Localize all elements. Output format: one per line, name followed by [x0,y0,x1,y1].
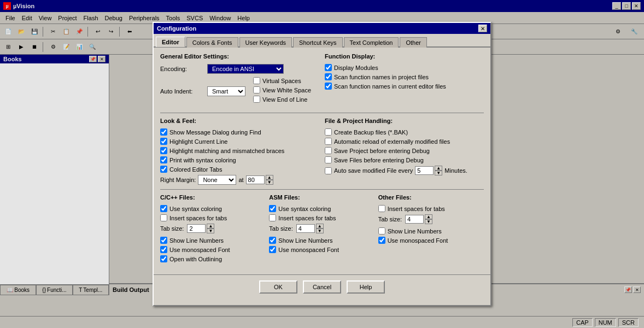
cpp-insert-spaces-checkbox[interactable] [160,214,167,221]
right-margin-up-button[interactable]: ▲ [266,175,273,180]
view-white-space-row: View White Space [253,86,311,93]
section-divider-1 [160,113,484,113]
right-margin-row: Right Margin: None at ▲ ▼ [160,175,319,185]
asm-tab-size-up-button[interactable]: ▲ [316,224,324,229]
scan-editor-files-checkbox[interactable] [325,83,332,90]
dialog-backdrop: Configuration ✕ Editor Colors & Fonts Us… [0,0,644,328]
asm-files-section: ASM Files: Use syntax coloring Insert sp… [269,194,374,265]
encoding-select[interactable]: Encode in ANSI [207,64,284,74]
view-white-space-label: View White Space [262,87,311,93]
auto-save-down-button[interactable]: ▼ [435,171,442,175]
other-insert-spaces-checkbox[interactable] [378,205,385,212]
dialog-close-button[interactable]: ✕ [478,25,487,32]
save-files-debug-checkbox[interactable] [325,156,332,163]
create-backup-label: Create Backup files (*.BAK) [334,129,408,136]
auto-save-checkbox[interactable] [325,167,332,174]
dialog-footer: OK Cancel Help [154,274,490,299]
asm-tab-size-down-button[interactable]: ▼ [316,229,324,233]
scan-editor-files-row: Scan function names in current editor fi… [325,83,484,90]
dialog-titlebar: Configuration ✕ [154,23,490,34]
colored-editor-tabs-checkbox[interactable] [160,166,167,173]
display-modules-checkbox[interactable] [325,64,332,71]
section-divider-2 [160,189,484,190]
right-margin-value[interactable] [246,175,265,184]
scan-project-files-label: Scan function names in project files [334,74,429,80]
tab-user-keywords[interactable]: User Keywords [239,37,292,48]
asm-tab-size-spinner: ▲ ▼ [296,224,324,233]
asm-show-line-numbers-checkbox[interactable] [269,237,276,244]
show-message-dialog-label: Show Message Dialog during Find [169,129,261,136]
asm-syntax-coloring-label: Use syntax coloring [278,206,331,212]
other-tab-size-spinner-btns: ▲ ▼ [425,214,432,224]
file-project-section: File & Project Handling: Create Backup f… [325,118,484,185]
highlight-braces-checkbox[interactable] [160,147,167,154]
auto-save-value[interactable] [415,166,434,175]
scan-project-files-checkbox[interactable] [325,73,332,80]
other-tab-size-label: Tab size: [378,216,402,222]
right-margin-select[interactable]: None [198,175,236,185]
asm-syntax-coloring-checkbox[interactable] [269,205,276,212]
print-syntax-coloring-checkbox[interactable] [160,156,167,163]
tab-colors-fonts[interactable]: Colors & Fonts [186,37,238,48]
other-tab-size-value[interactable] [405,215,424,224]
view-white-space-checkbox[interactable] [253,86,260,93]
other-files-section: Other Files: Insert spaces for tabs Tab … [378,194,484,265]
create-backup-checkbox[interactable] [325,128,332,136]
ok-button[interactable]: OK [259,280,297,294]
cpp-open-with-outlining-label: Open with Outlining [169,256,222,262]
other-show-line-numbers-checkbox[interactable] [378,227,385,235]
cpp-use-monospaced-checkbox[interactable] [160,246,167,253]
other-tab-size-up-button[interactable]: ▲ [425,214,432,219]
minutes-label: Minutes. [444,167,467,174]
dialog-tabs-bar: Editor Colors & Fonts User Keywords Shor… [154,34,490,48]
other-tab-size-down-button[interactable]: ▼ [425,219,432,224]
highlight-current-line-checkbox[interactable] [160,138,167,145]
function-display-heading: Function Display: [325,53,484,60]
cpp-tab-size-label: Tab size: [160,225,184,232]
tab-editor[interactable]: Editor [156,37,185,47]
cpp-show-line-numbers-checkbox[interactable] [160,237,167,244]
help-button[interactable]: Help [347,280,385,294]
general-settings-section: General Editor Settings: Encoding: Encod… [160,53,319,108]
auto-indent-label: Auto Indent: [160,88,204,95]
virtual-spaces-checkbox[interactable] [253,77,260,84]
right-margin-spinner: ▲ ▼ [246,175,273,185]
asm-insert-spaces-checkbox[interactable] [269,214,276,221]
view-end-of-line-checkbox[interactable] [253,96,260,103]
right-margin-down-button[interactable]: ▼ [266,180,273,185]
auto-save-up-button[interactable]: ▲ [435,166,442,171]
cpp-tab-size-value[interactable] [187,224,206,233]
cpp-files-section: C/C++ Files: Use syntax coloring Insert … [160,194,266,265]
dialog-top-section: General Editor Settings: Encoding: Encod… [160,53,484,108]
look-feel-heading: Look & Feel: [160,118,319,124]
cpp-tab-size-down-button[interactable]: ▼ [207,229,214,233]
cpp-open-with-outlining-checkbox[interactable] [160,255,167,262]
asm-syntax-coloring-row: Use syntax coloring [269,205,374,212]
cpp-tab-size-spinner-btns: ▲ ▼ [207,224,214,233]
virtual-spaces-container: Virtual Spaces View White Space View End… [253,77,311,105]
asm-tab-size-spinner-btns: ▲ ▼ [316,224,324,233]
asm-insert-spaces-label: Insert spaces for tabs [278,215,336,221]
auto-indent-select[interactable]: Smart [207,86,245,96]
tab-other[interactable]: Other [400,37,427,48]
cpp-tab-size-up-button[interactable]: ▲ [207,224,214,229]
asm-use-monospaced-checkbox[interactable] [269,246,276,253]
show-message-dialog-checkbox[interactable] [160,128,167,136]
save-project-debug-checkbox[interactable] [325,147,332,154]
auto-reload-row: Automatic reload of externally modified … [325,138,484,145]
auto-reload-checkbox[interactable] [325,138,332,145]
asm-show-line-numbers-row: Show Line Numbers [269,237,374,244]
tab-shortcut-keys[interactable]: Shortcut Keys [293,37,342,48]
create-backup-row: Create Backup files (*.BAK) [325,128,484,136]
other-insert-spaces-row: Insert spaces for tabs [378,205,484,212]
cancel-button[interactable]: Cancel [303,280,341,294]
other-use-monospaced-checkbox[interactable] [378,237,385,244]
save-files-debug-label: Save Files before entering Debug [334,157,424,163]
asm-tab-size-value[interactable] [296,224,315,233]
auto-indent-row: Auto Indent: Smart Virtual Spaces [160,77,319,105]
cpp-syntax-coloring-checkbox[interactable] [160,205,167,212]
display-modules-label: Display Modules [334,65,378,71]
asm-files-heading: ASM Files: [269,194,374,201]
colored-editor-tabs-label: Colored Editor Tabs [169,166,222,173]
tab-text-completion[interactable]: Text Completion [344,37,399,48]
